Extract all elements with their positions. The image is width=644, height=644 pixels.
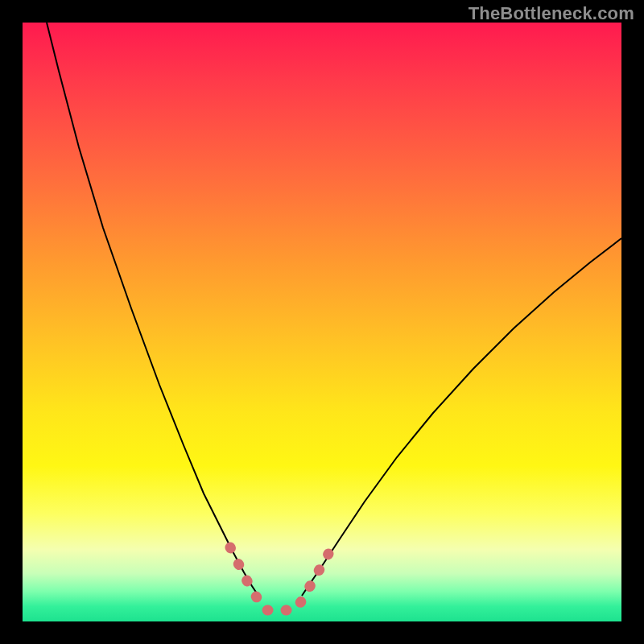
- watermark-text: TheBottleneck.com: [469, 3, 634, 24]
- left-curve: [47, 23, 258, 596]
- chart-frame: TheBottleneck.com: [0, 0, 644, 644]
- right-curve: [302, 238, 621, 596]
- curve-layer: [23, 23, 621, 621]
- plot-area: [23, 23, 621, 621]
